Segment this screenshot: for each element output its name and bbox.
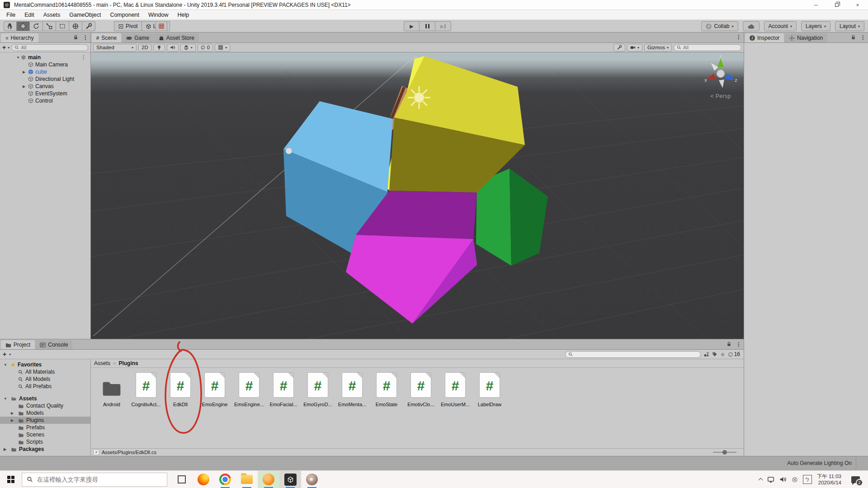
menu-component[interactable]: Component — [105, 12, 144, 18]
tree-folder-scripts[interactable]: Scripts — [0, 438, 90, 446]
disclosure-closed-icon[interactable]: ▶ — [11, 418, 14, 422]
minimize-button[interactable]: ─ — [806, 0, 826, 9]
tree-assets-root[interactable]: ▼ Assets — [0, 395, 90, 402]
grid-snap-button[interactable] — [156, 21, 167, 31]
pause-button[interactable] — [420, 21, 435, 31]
lock-icon[interactable] — [726, 341, 732, 347]
gizmo-z-axis-cone[interactable] — [725, 74, 736, 83]
hidden-count-button[interactable]: ∅ 16 — [728, 351, 740, 358]
hierarchy-item-main-camera[interactable]: Main Camera — [0, 61, 90, 68]
search-by-type-button[interactable] — [703, 352, 709, 357]
lighting-toggle[interactable] — [153, 44, 165, 52]
transform-tool-button[interactable] — [69, 21, 82, 31]
notification-center-button[interactable]: 2 — [846, 471, 864, 488]
hierarchy-item-canvas[interactable]: ▶ Canvas — [0, 83, 90, 90]
tree-folder-contact-quality[interactable]: Contact Quality — [0, 402, 90, 409]
layers-dropdown[interactable]: Layers▾ — [801, 21, 830, 31]
kebab-menu-icon[interactable]: ⋮ — [83, 35, 88, 40]
cloud-button[interactable] — [743, 21, 760, 31]
disclosure-open-icon[interactable]: ▼ — [4, 363, 7, 367]
white-sphere[interactable] — [286, 148, 292, 154]
taskbar-firefox[interactable] — [193, 471, 214, 488]
taskbar-search[interactable] — [22, 473, 167, 487]
lighting-status[interactable]: Auto Generate Lighting On — [787, 460, 852, 466]
asset-item-labeldraw[interactable]: # LabelDraw — [472, 371, 507, 407]
rotate-tool-button[interactable] — [30, 21, 43, 31]
hand-tool-button[interactable] — [4, 21, 17, 31]
asset-item-emotivclo[interactable]: # EmotivClo... — [404, 371, 438, 407]
hierarchy-item-eventsystem[interactable]: EventSystem — [0, 90, 90, 97]
asset-item-emomenta[interactable]: # EmoMenta... — [335, 371, 369, 407]
kebab-menu-icon[interactable]: ⋮ — [81, 55, 86, 60]
draw-mode-dropdown[interactable]: Shaded ▾ — [93, 44, 137, 52]
menu-assets[interactable]: Assets — [39, 12, 65, 18]
asset-item-emoengine2[interactable]: # EmoEngine... — [232, 371, 266, 407]
tray-app-icon[interactable]: ⊗ — [792, 475, 798, 484]
kebab-menu-icon[interactable]: ⋮ — [736, 34, 741, 40]
step-button[interactable]: ▶ — [435, 21, 451, 31]
tab-inspector[interactable]: i Inspector — [745, 33, 784, 42]
disclosure-open-icon[interactable]: ▼ — [4, 397, 7, 401]
tree-all-materials[interactable]: All Materials — [0, 368, 90, 375]
project-search[interactable] — [565, 351, 701, 358]
taskbar-file-explorer[interactable] — [236, 471, 258, 488]
close-button[interactable]: × — [847, 0, 868, 9]
gizmo-white-cone[interactable] — [719, 80, 725, 88]
asset-item-cognitivact[interactable]: # CognitivAct... — [129, 371, 163, 407]
hierarchy-item-control[interactable]: Control — [0, 97, 90, 104]
search-by-label-button[interactable] — [712, 352, 717, 357]
scene-tools-button[interactable] — [613, 44, 625, 52]
taskbar-orange-app[interactable] — [258, 471, 279, 488]
tree-favorites[interactable]: ▼ ★ Favorites — [0, 361, 90, 368]
asset-item-emostate[interactable]: # EmoState — [369, 371, 404, 407]
tab-hierarchy[interactable]: ≡ Hierarchy — [1, 33, 38, 42]
scene-row-main[interactable]: ▼ main ⋮ — [0, 54, 90, 61]
menu-window[interactable]: Window — [144, 12, 173, 18]
tree-folder-models[interactable]: ▶ Models — [0, 409, 90, 417]
asset-item-emoengine[interactable]: # EmoEngine — [198, 371, 232, 407]
slider-knob[interactable] — [722, 450, 727, 455]
tab-console[interactable]: Console — [35, 340, 72, 349]
directional-light-gizmo[interactable] — [408, 87, 430, 108]
layout-dropdown[interactable]: Layout▾ — [835, 21, 864, 31]
taskbar-paint-app[interactable] — [301, 471, 323, 488]
create-button[interactable]: + — [2, 44, 6, 51]
tab-navigation[interactable]: Navigation — [784, 33, 827, 42]
disclosure-closed-icon[interactable]: ▶ — [23, 70, 25, 74]
scene-search[interactable] — [674, 44, 741, 51]
menu-gameobject[interactable]: GameObject — [65, 12, 105, 18]
gizmos-dropdown[interactable]: Gizmos ▾ — [644, 44, 672, 52]
tab-project[interactable]: Project — [1, 340, 35, 349]
asset-item-emouserm[interactable]: # EmoUserM... — [438, 371, 472, 407]
hierarchy-item-cube[interactable]: ▶ cube — [0, 68, 90, 75]
scene-search-input[interactable] — [683, 45, 738, 50]
pivot-toggle[interactable]: Pivot — [114, 21, 142, 31]
taskbar-clock[interactable]: 下午 11:03 2020/6/14 — [817, 473, 841, 486]
gizmo-x-axis-cone[interactable] — [705, 74, 716, 83]
tree-folder-prefabs[interactable]: Prefabs — [0, 424, 90, 431]
play-button[interactable]: ▶ — [404, 21, 420, 31]
icon-size-slider[interactable] — [713, 452, 736, 453]
projection-label[interactable]: < Persp — [701, 93, 740, 99]
tree-folder-plugins[interactable]: ▶ Plugins — [0, 417, 90, 424]
tree-all-models[interactable]: All Models — [0, 375, 90, 383]
kebab-menu-icon[interactable]: ⋮ — [860, 35, 866, 40]
account-dropdown[interactable]: Account▾ — [764, 21, 797, 31]
create-button[interactable]: + — [3, 351, 6, 357]
disclosure-closed-icon[interactable]: ▶ — [23, 84, 25, 89]
asset-item-emogyrod[interactable]: # EmoGyroD... — [301, 371, 335, 407]
restore-button[interactable] — [826, 0, 847, 9]
menu-edit[interactable]: Edit — [20, 12, 39, 18]
tab-scene[interactable]: # Scene — [92, 33, 121, 42]
ime-indicator[interactable]: ㄅ — [803, 475, 812, 484]
move-tool-button[interactable] — [17, 21, 30, 31]
chevron-down-icon[interactable]: ▾ — [9, 352, 11, 357]
tree-all-prefabs[interactable]: All Prefabs — [0, 383, 90, 390]
tab-game[interactable]: Game — [122, 33, 154, 42]
asset-item-android[interactable]: Android — [94, 371, 129, 407]
network-icon[interactable] — [767, 476, 774, 483]
task-view-button[interactable] — [171, 471, 193, 488]
disclosure-closed-icon[interactable]: ▶ — [11, 411, 14, 415]
disclosure-open-icon[interactable]: ▼ — [16, 56, 20, 60]
lock-icon[interactable] — [73, 34, 79, 40]
